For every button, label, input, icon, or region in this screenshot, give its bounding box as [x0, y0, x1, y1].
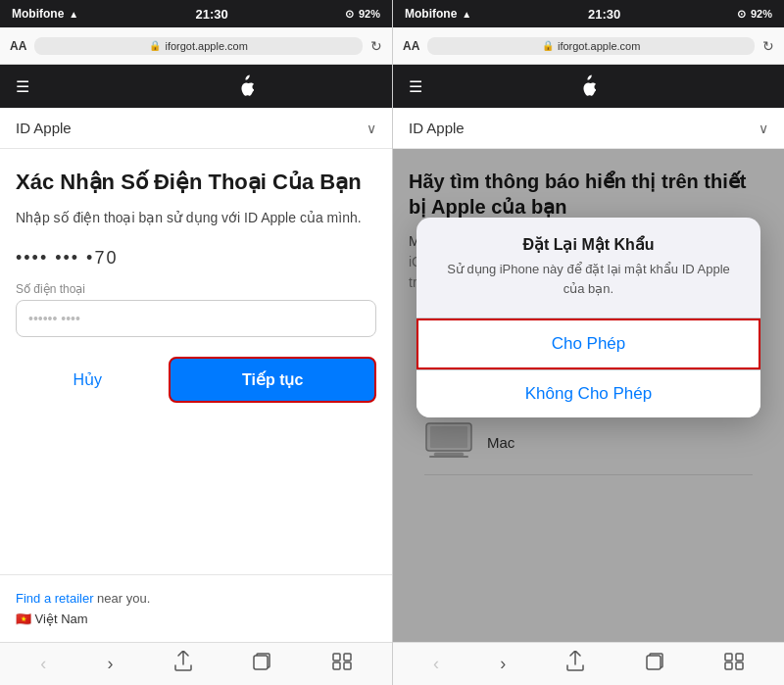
phone-input-group: Số điện thoại	[16, 282, 376, 337]
right-appleid-label: ID Apple	[409, 120, 465, 136]
right-share-icon	[566, 651, 584, 672]
right-back-button[interactable]: ‹	[423, 648, 449, 680]
svg-rect-2	[344, 654, 351, 661]
svg-rect-13	[647, 656, 661, 669]
allow-button[interactable]: Cho Phép	[416, 318, 760, 369]
right-lock-icon: 🔒	[542, 40, 554, 51]
left-phone-screen: Mobifone ▲ 21:30 ⊙ 92% AA 🔒 iforgot.appl…	[0, 0, 392, 685]
left-status-right: ⊙ 92%	[345, 8, 380, 21]
right-status-right: ⊙ 92%	[737, 8, 772, 21]
right-apple-logo	[576, 74, 596, 98]
url-text: iforgot.apple.com	[165, 40, 247, 52]
right-url-field[interactable]: 🔒 iforgot.apple.com	[427, 37, 755, 55]
deny-button[interactable]: Không Cho Phép	[416, 370, 760, 417]
right-more-button[interactable]	[714, 647, 754, 681]
page-title: Xác Nhận Số Điện Thoại Của Bạn	[16, 169, 376, 196]
left-page-content: Xác Nhận Số Điện Thoại Của Bạn Nhập số đ…	[0, 149, 392, 574]
right-chevron-down-icon[interactable]: ∨	[759, 121, 768, 136]
lock-icon: 🔒	[149, 40, 161, 51]
carrier-label: Mobifone	[12, 7, 64, 21]
right-status-bar: Mobifone ▲ 21:30 ⊙ 92%	[393, 0, 784, 27]
svg-rect-4	[344, 662, 351, 669]
svg-rect-17	[736, 662, 743, 669]
page-desc: Nhập số điện thoại bạn sử dụng với ID Ap…	[16, 208, 376, 228]
cancel-button[interactable]: Hủy	[16, 357, 159, 403]
hamburger-icon[interactable]: ☰	[16, 77, 29, 96]
right-forward-button[interactable]: ›	[490, 648, 515, 680]
right-phone-screen: Mobifone ▲ 21:30 ⊙ 92% AA 🔒 iforgot.appl…	[392, 0, 784, 685]
left-address-bar: AA 🔒 iforgot.apple.com ↻	[0, 27, 392, 65]
right-content-area: ID Apple ∨ Hãy tìm thông báo hiển thị tr…	[393, 108, 784, 642]
svg-rect-1	[333, 654, 340, 661]
svg-rect-3	[333, 662, 340, 669]
signal-icon: ⊙	[345, 8, 354, 21]
svg-rect-0	[254, 656, 268, 669]
tabs-button[interactable]	[243, 647, 280, 681]
time-label: 21:30	[195, 7, 227, 22]
retailer-suffix: near you.	[97, 591, 150, 606]
apple-logo	[234, 74, 254, 98]
right-page-content: Hãy tìm thông báo hiển thị trên thiết bị…	[393, 149, 784, 642]
svg-rect-16	[725, 662, 732, 669]
phone-input[interactable]	[16, 300, 376, 337]
reset-password-modal: Đặt Lại Mật Khẩu Sử dụng iPhone này để đ…	[416, 218, 760, 417]
left-content-area: ID Apple ∨ Xác Nhận Số Điện Thoại Của Bạ…	[0, 108, 392, 642]
svg-rect-15	[736, 654, 743, 661]
url-field[interactable]: 🔒 iforgot.apple.com	[34, 37, 363, 55]
left-status-left: Mobifone ▲	[12, 7, 78, 21]
right-tabs-button[interactable]	[636, 647, 673, 681]
phone-dots: •••• ••• •70	[16, 248, 376, 269]
tabs-icon	[253, 653, 270, 670]
more-button[interactable]	[322, 647, 362, 681]
right-url-text: iforgot.apple.com	[558, 40, 640, 52]
chevron-down-icon[interactable]: ∨	[367, 121, 376, 136]
left-bottom-nav: ‹ ›	[0, 642, 392, 685]
right-share-button[interactable]	[557, 645, 594, 683]
left-appleid-header[interactable]: ID Apple ∨	[0, 108, 392, 149]
forward-button[interactable]: ›	[98, 648, 123, 680]
right-bottom-nav: ‹ ›	[393, 642, 784, 685]
right-address-bar: AA 🔒 iforgot.apple.com ↻	[393, 27, 784, 65]
reload-button[interactable]: ↻	[370, 38, 382, 54]
right-time-label: 21:30	[588, 7, 620, 22]
aa-button[interactable]: AA	[10, 39, 26, 53]
modal-header: Đặt Lại Mật Khẩu Sử dụng iPhone này để đ…	[416, 218, 760, 318]
menu-grid-icon	[332, 653, 352, 670]
right-status-left: Mobifone ▲	[405, 7, 471, 21]
right-menu-grid-icon	[724, 653, 744, 670]
right-reload-button[interactable]: ↻	[762, 38, 774, 54]
share-icon	[174, 651, 192, 672]
button-row: Hủy Tiếp tục	[16, 357, 376, 403]
wifi-icon: ▲	[69, 9, 78, 20]
left-status-bar: Mobifone ▲ 21:30 ⊙ 92%	[0, 0, 392, 27]
right-carrier-label: Mobifone	[405, 7, 457, 21]
left-apple-nav: ☰	[0, 65, 392, 108]
right-battery-label: 92%	[751, 8, 772, 20]
share-button[interactable]	[165, 645, 202, 683]
retailer-text: Find a retailer near you.	[16, 591, 376, 606]
modal-overlay: Đặt Lại Mật Khẩu Sử dụng iPhone này để đ…	[393, 149, 784, 642]
svg-rect-14	[725, 654, 732, 661]
retailer-link[interactable]: Find a retailer	[16, 591, 93, 606]
right-hamburger-icon[interactable]: ☰	[409, 77, 422, 96]
back-button[interactable]: ‹	[30, 648, 56, 680]
right-signal-icon: ⊙	[737, 8, 746, 21]
right-wifi-icon: ▲	[462, 9, 471, 20]
modal-title: Đặt Lại Mật Khẩu	[432, 235, 745, 254]
appleid-label: ID Apple	[16, 120, 72, 136]
battery-label: 92%	[359, 8, 380, 20]
right-tabs-icon	[646, 653, 663, 670]
continue-button[interactable]: Tiếp tục	[169, 357, 376, 403]
right-aa-button[interactable]: AA	[403, 39, 419, 53]
right-appleid-header[interactable]: ID Apple ∨	[393, 108, 784, 149]
modal-desc: Sử dụng iPhone này để đặt lại mật khẩu I…	[432, 260, 745, 312]
right-apple-nav: ☰	[393, 65, 784, 108]
region-label: 🇻🇳 Việt Nam	[16, 612, 376, 626]
left-footer: Find a retailer near you. 🇻🇳 Việt Nam	[0, 574, 392, 642]
input-label: Số điện thoại	[16, 282, 376, 296]
